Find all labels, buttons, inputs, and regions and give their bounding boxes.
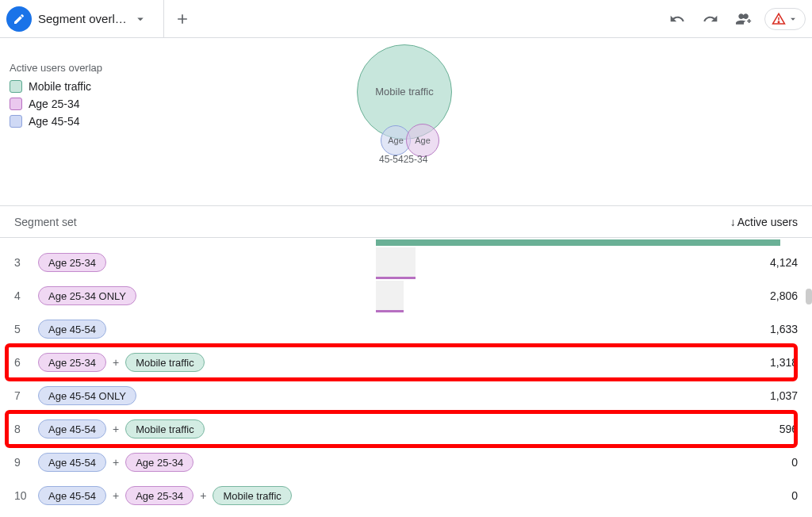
tab-group: Segment overl… — [6, 0, 201, 38]
row-segments: Age 45-54+Mobile traffic — [38, 419, 376, 438]
swatch-icon — [10, 80, 22, 93]
table-row[interactable]: 6Age 25-34+Mobile traffic1,318 — [0, 346, 812, 379]
chevron-down-icon — [787, 13, 799, 25]
venn-sublabels: 45-5425-34 — [379, 154, 427, 165]
legend-title: Active users overlap — [10, 62, 102, 74]
segment-chip[interactable]: Mobile traffic — [213, 486, 291, 505]
bar-fill — [376, 247, 416, 278]
plus-icon: + — [113, 356, 119, 369]
row-segments: Age 45-54+Age 25-34 — [38, 453, 376, 472]
row-segments: Age 25-34 — [38, 253, 376, 272]
row-number: 9 — [14, 456, 38, 469]
row-number: 3 — [14, 256, 38, 269]
row-number: 4 — [14, 289, 38, 302]
scrollbar[interactable] — [806, 289, 812, 304]
redo-button[interactable] — [698, 6, 723, 32]
bar-area — [376, 279, 780, 312]
legend-label: Age 25-34 — [29, 98, 80, 110]
row-segments: Age 25-34 ONLY — [38, 286, 376, 305]
segment-chip[interactable]: Age 45-54 — [38, 486, 106, 505]
legend: Active users overlap Mobile traffic Age … — [10, 62, 102, 132]
segment-chip[interactable]: Age 45-54 ONLY — [38, 386, 136, 405]
table-header: Segment set ↓ Active users — [0, 206, 812, 238]
row-segments: Age 45-54+Age 25-34+Mobile traffic — [38, 486, 376, 505]
column-segment-set[interactable]: Segment set — [14, 216, 376, 228]
table-rows: 3Age 25-344,1244Age 25-34 ONLY2,8065Age … — [0, 246, 812, 512]
legend-item-age45[interactable]: Age 45-54 — [10, 115, 102, 128]
overview-panel: Active users overlap Mobile traffic Age … — [0, 38, 812, 206]
segment-chip[interactable]: Age 25-34 — [38, 353, 106, 372]
legend-item-age25[interactable]: Age 25-34 — [10, 98, 102, 110]
segment-chip[interactable]: Mobile traffic — [125, 419, 204, 438]
tab-title[interactable]: Segment overl… — [38, 12, 127, 25]
warning-pill[interactable] — [764, 8, 806, 30]
row-number: 6 — [14, 356, 38, 369]
warning-icon — [772, 12, 786, 26]
legend-item-mobile[interactable]: Mobile traffic — [10, 80, 102, 93]
header-actions — [665, 6, 806, 32]
share-button[interactable] — [731, 6, 756, 32]
legend-label: Mobile traffic — [29, 80, 91, 93]
row-value: 0 — [376, 489, 798, 502]
row-value: 596 — [376, 423, 798, 435]
sort-desc-icon: ↓ — [730, 216, 736, 228]
segment-chip[interactable]: Age 25-34 — [125, 486, 193, 505]
add-tab-button[interactable] — [163, 0, 201, 38]
svg-point-1 — [778, 21, 779, 23]
bar-fill — [376, 281, 404, 311]
plus-icon: + — [113, 423, 119, 435]
table-row[interactable]: 8Age 45-54+Mobile traffic596 — [0, 412, 812, 446]
table-row[interactable]: 9Age 45-54+Age 25-340 — [0, 446, 812, 479]
edit-badge-icon[interactable] — [6, 6, 32, 32]
segment-chip[interactable]: Mobile traffic — [125, 353, 204, 372]
row-number: 10 — [14, 489, 38, 502]
venn-circle-age25: Age — [406, 124, 439, 157]
app-header: Segment overl… — [0, 0, 812, 38]
tab-dropdown-icon[interactable] — [133, 12, 147, 26]
plus-icon: + — [113, 456, 119, 469]
bar-area — [376, 246, 780, 279]
plus-icon: + — [200, 489, 206, 502]
segment-chip[interactable]: Age 45-54 — [38, 419, 106, 438]
row-segments: Age 25-34+Mobile traffic — [38, 353, 376, 372]
row-number: 5 — [14, 323, 38, 335]
table-row[interactable]: 4Age 25-34 ONLY2,806 — [0, 279, 812, 312]
plus-icon: + — [113, 489, 119, 502]
venn-circle-mobile: Mobile traffic — [357, 44, 452, 140]
venn-diagram[interactable]: Mobile traffic Age Age 45-5425-34 — [357, 44, 515, 203]
swatch-icon — [10, 115, 22, 128]
legend-label: Age 45-54 — [29, 115, 80, 128]
segment-chip[interactable]: Age 25-34 — [38, 253, 106, 272]
segment-chip[interactable]: Age 25-34 ONLY — [38, 286, 136, 305]
summary-bar — [376, 239, 780, 246]
row-value: 1,037 — [376, 389, 798, 402]
row-number: 8 — [14, 423, 38, 435]
table-row[interactable]: 10Age 45-54+Age 25-34+Mobile traffic0 — [0, 479, 812, 512]
segment-chip[interactable]: Age 45-54 — [38, 320, 106, 339]
segment-chip[interactable]: Age 25-34 — [125, 453, 193, 472]
table-row[interactable]: 7Age 45-54 ONLY1,037 — [0, 379, 812, 412]
row-value: 0 — [376, 456, 798, 469]
row-value: 1,318 — [376, 356, 798, 369]
undo-button[interactable] — [665, 6, 690, 32]
table-row[interactable]: 5Age 45-541,633 — [0, 312, 812, 346]
row-number: 7 — [14, 389, 38, 402]
column-active-users[interactable]: ↓ Active users — [376, 216, 798, 228]
row-segments: Age 45-54 ONLY — [38, 386, 376, 405]
row-segments: Age 45-54 — [38, 320, 376, 339]
row-value: 1,633 — [376, 323, 798, 335]
swatch-icon — [10, 98, 22, 110]
table-row[interactable]: 3Age 25-344,124 — [0, 246, 812, 279]
segment-chip[interactable]: Age 45-54 — [38, 453, 106, 472]
